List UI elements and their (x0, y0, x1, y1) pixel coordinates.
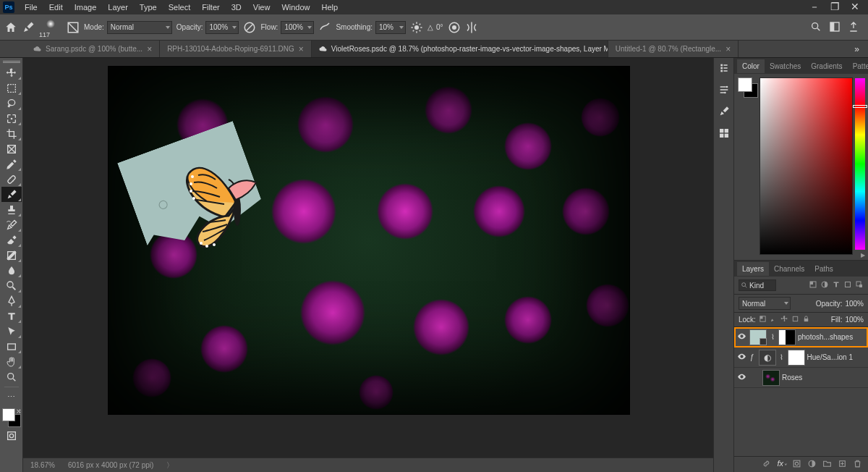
tab-sarang[interactable]: Sarang.psdc @ 100% (butte...× (26, 41, 160, 57)
menu-window[interactable]: Window (276, 1, 315, 14)
hand-tool[interactable] (1, 354, 22, 369)
close-icon[interactable]: × (726, 44, 731, 54)
visibility-toggle[interactable] (737, 332, 747, 342)
layer-name[interactable]: Hue/Sa...ion 1 (807, 353, 865, 361)
document-info[interactable]: 6016 px x 4000 px (72 ppi) (68, 461, 153, 469)
info-chevron-icon[interactable]: 〉 (166, 460, 174, 471)
new-layer-button[interactable] (838, 459, 847, 470)
toolbar-grip[interactable] (3, 59, 20, 64)
tab-untitled[interactable]: Untitled-1 @ 80.7% (Rectangle...× (608, 41, 739, 57)
menu-3d[interactable]: 3D (226, 1, 247, 14)
zoom-level[interactable]: 18.67% (30, 461, 55, 469)
fx-indicator[interactable]: ƒ (750, 353, 754, 361)
flow-select[interactable]: 100% (281, 21, 314, 34)
workspace-icon[interactable] (829, 21, 841, 34)
opacity-value[interactable]: 100% (845, 300, 864, 308)
tab-gradients[interactable]: Gradients (806, 59, 847, 73)
new-group-button[interactable] (822, 459, 832, 470)
properties-panel-icon[interactable] (718, 84, 730, 97)
blend-mode-select[interactable]: Normal (739, 297, 791, 310)
search-icon[interactable] (810, 21, 822, 34)
smoothing-settings-icon[interactable] (410, 21, 423, 34)
close-icon[interactable]: × (299, 44, 304, 54)
mask-thumbnail[interactable] (788, 350, 804, 365)
color-picker-field[interactable] (760, 78, 852, 254)
healing-tool[interactable] (1, 172, 22, 187)
lock-artboard-icon[interactable] (791, 315, 799, 324)
layer-thumbnail[interactable] (763, 371, 779, 385)
canvas-area[interactable]: 18.67% 6016 px x 4000 px (72 ppi) 〉 (23, 58, 713, 472)
close-icon[interactable]: × (147, 44, 152, 54)
layer-name[interactable]: photosh...shapes (798, 333, 865, 341)
lock-brush-icon[interactable] (770, 315, 778, 324)
lasso-tool[interactable] (1, 96, 22, 111)
menu-edit[interactable]: Edit (43, 1, 69, 14)
swap-colors-icon[interactable]: ⤭ (16, 408, 22, 415)
quick-select-tool[interactable] (1, 111, 22, 126)
tab-channels[interactable]: Channels (769, 262, 809, 276)
symmetry-icon[interactable] (465, 21, 478, 34)
opacity-select[interactable]: 100% (205, 21, 239, 34)
filter-type-icon[interactable] (832, 280, 841, 290)
tab-paths[interactable]: Paths (809, 262, 838, 276)
libraries-panel-icon[interactable] (718, 127, 730, 140)
brush-settings-icon[interactable] (67, 21, 80, 34)
marquee-tool[interactable] (1, 80, 22, 96)
brushes-panel-icon[interactable] (718, 106, 730, 119)
layer-style-button[interactable]: fx˅ (777, 459, 786, 470)
fill-value[interactable]: 100% (845, 316, 864, 324)
tab-layers[interactable]: Layers (737, 262, 769, 276)
quick-mask-toggle[interactable] (1, 428, 22, 443)
filter-pixel-icon[interactable] (809, 280, 817, 290)
lock-all-icon[interactable] (802, 315, 810, 324)
path-select-tool[interactable] (1, 324, 22, 339)
toolbar-color-swatches[interactable]: ⤭ (1, 408, 22, 428)
pen-tool[interactable] (1, 293, 22, 308)
layer-row[interactable]: ƒ ⌇ Hue/Sa...ion 1 (734, 347, 868, 368)
crop-tool[interactable] (1, 126, 22, 141)
add-adjustment-button[interactable] (807, 459, 817, 470)
move-tool[interactable] (1, 65, 22, 80)
rectangle-tool[interactable] (1, 339, 22, 354)
add-mask-button[interactable] (792, 459, 801, 470)
history-brush-tool[interactable] (1, 217, 22, 232)
mode-select[interactable]: Normal (107, 21, 172, 34)
dodge-tool[interactable] (1, 278, 22, 293)
share-icon[interactable] (848, 21, 859, 34)
link-icon[interactable]: ⌇ (778, 353, 786, 361)
visibility-toggle[interactable] (737, 352, 747, 363)
menu-image[interactable]: Image (69, 1, 103, 14)
gradient-tool[interactable] (1, 248, 22, 263)
eyedropper-tool[interactable] (1, 156, 22, 172)
history-panel-icon[interactable] (718, 62, 730, 75)
tab-color[interactable]: Color (737, 59, 765, 73)
filter-adjust-icon[interactable] (820, 280, 829, 290)
mask-thumbnail[interactable] (779, 330, 795, 345)
tab-patterns[interactable]: Patterns (848, 59, 868, 73)
type-tool[interactable] (1, 308, 22, 324)
brush-tool[interactable] (1, 187, 22, 202)
zoom-tool[interactable] (1, 369, 22, 384)
filter-smart-icon[interactable] (855, 280, 864, 290)
menu-view[interactable]: View (247, 1, 276, 14)
filter-shape-icon[interactable] (843, 280, 852, 290)
layer-row[interactable]: Roses (734, 368, 868, 388)
maximize-button[interactable]: ❐ (827, 1, 842, 14)
blur-tool[interactable] (1, 263, 22, 278)
airbrush-icon[interactable] (318, 21, 331, 34)
hue-slider[interactable] (855, 78, 865, 250)
minimize-button[interactable]: － (807, 1, 822, 14)
stamp-tool[interactable] (1, 202, 22, 217)
visibility-toggle[interactable] (737, 372, 747, 383)
smoothing-select[interactable]: 10% (375, 21, 406, 34)
angle-value[interactable]: 0° (436, 23, 443, 31)
lock-position-icon[interactable] (780, 315, 788, 324)
frame-tool[interactable] (1, 141, 22, 156)
menu-type[interactable]: Type (134, 1, 163, 14)
tab-violetroses[interactable]: VioletRoses.psdc @ 18.7% (photoshop-rast… (312, 41, 608, 57)
layer-thumbnail[interactable] (750, 330, 766, 345)
link-icon[interactable]: ⌇ (769, 333, 776, 341)
pressure-opacity-icon[interactable] (243, 21, 256, 34)
close-button[interactable]: ✕ (848, 1, 862, 14)
layer-thumbnail[interactable] (760, 350, 775, 365)
